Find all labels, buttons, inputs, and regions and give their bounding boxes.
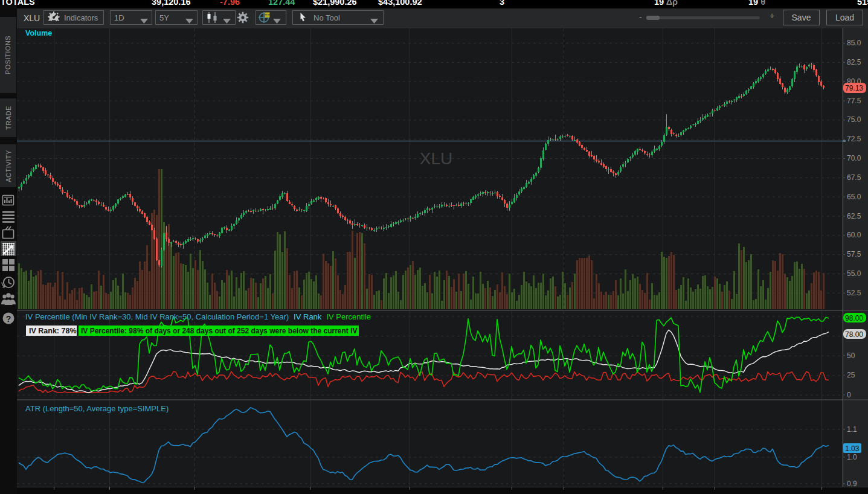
svg-text:?: ? [6,314,11,324]
svg-text:85.0: 85.0 [847,39,861,47]
svg-text:XLU: XLU [420,149,452,168]
svg-text:75.0: 75.0 [847,115,861,124]
svg-text:IV Rank: 78%: IV Rank: 78% [29,327,77,335]
svg-text:ATR (Length=50, Average type=S: ATR (Length=50, Average type=SIMPLE) [25,404,169,413]
svg-text:0.9: 0.9 [847,480,857,488]
svg-text:67.5: 67.5 [847,173,861,182]
svg-text:62.5: 62.5 [847,212,861,220]
svg-text:82.5: 82.5 [847,58,861,66]
svg-text:Volume: Volume [25,29,52,37]
svg-text:79.13: 79.13 [845,84,863,92]
svg-text:25: 25 [847,371,855,379]
svg-text:52.5: 52.5 [847,289,861,297]
svg-text:70.0: 70.0 [847,154,861,162]
svg-text:1.1: 1.1 [847,425,857,434]
svg-text:57.5: 57.5 [847,250,861,258]
svg-text:IV Percentile (Min IV Rank=30,: IV Percentile (Min IV Rank=30, Mid IV Ra… [25,312,371,321]
svg-text:60.0: 60.0 [847,231,861,239]
svg-text:1.03: 1.03 [845,444,860,453]
svg-text:72.5: 72.5 [847,135,861,143]
svg-text:50: 50 [847,351,855,360]
svg-text:98.00: 98.00 [845,314,863,322]
svg-text:0: 0 [847,391,851,399]
svg-text:65.0: 65.0 [847,193,861,201]
svg-text:55.0: 55.0 [847,269,861,278]
svg-text:77.5: 77.5 [847,97,861,105]
svg-text:1.0: 1.0 [847,453,857,461]
svg-text:IV Percentile: 98% of days or: IV Percentile: 98% of days or 248 days o… [81,327,358,335]
svg-text:78.00: 78.00 [845,330,863,339]
